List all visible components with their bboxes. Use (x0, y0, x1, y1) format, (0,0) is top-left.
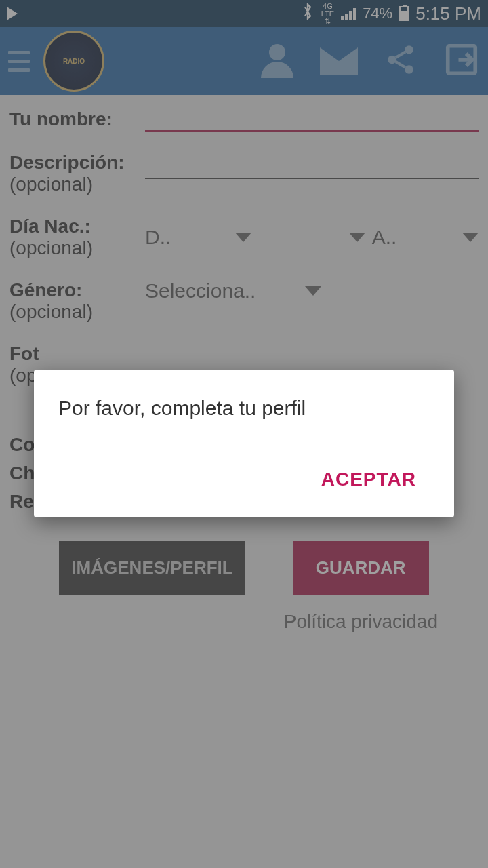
accept-button[interactable]: ACEPTAR (308, 460, 430, 498)
modal-overlay[interactable]: Por favor, completa tu perfil ACEPTAR (0, 0, 488, 868)
dialog-message: Por favor, completa tu perfil (58, 397, 430, 420)
complete-profile-dialog: Por favor, completa tu perfil ACEPTAR (34, 370, 454, 517)
